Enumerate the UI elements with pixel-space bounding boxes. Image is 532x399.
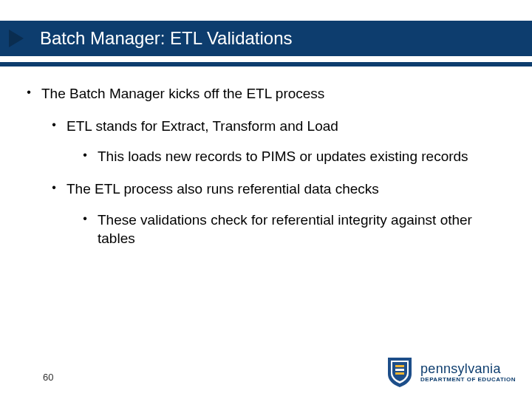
page-number: 60: [43, 372, 53, 383]
bullet-text: These validations check for referential …: [98, 211, 510, 248]
content-area: • The Batch Manager kicks off the ETL pr…: [0, 66, 532, 248]
list-item: • The Batch Manager kicks off the ETL pr…: [22, 84, 510, 248]
bullet-icon: •: [78, 147, 92, 163]
bullet-text: The Batch Manager kicks off the ETL proc…: [41, 84, 324, 103]
logo-main-text: pennsylvania: [420, 362, 516, 375]
title-arrow-icon: [9, 30, 24, 47]
list-item: • ETL stands for Extract, Transform and …: [47, 117, 510, 166]
footer-logo: pennsylvania DEPARTMENT OF EDUCATION: [385, 356, 516, 389]
list-item: • The ETL process also runs referential …: [47, 180, 510, 248]
svg-rect-1: [395, 369, 404, 371]
bullet-text: This loads new records to PIMS or update…: [98, 147, 468, 166]
list-item: • This loads new records to PIMS or upda…: [78, 147, 510, 166]
bullet-icon: •: [78, 211, 92, 227]
pa-shield-icon: [385, 356, 415, 389]
slide-title: Batch Manager: ETL Validations: [40, 28, 293, 49]
svg-rect-2: [395, 372, 404, 375]
bullet-icon: •: [47, 180, 61, 196]
bullet-text: The ETL process also runs referential da…: [66, 180, 379, 199]
title-bar: Batch Manager: ETL Validations: [0, 21, 532, 56]
svg-rect-0: [395, 365, 404, 367]
logo-text: pennsylvania DEPARTMENT OF EDUCATION: [420, 362, 516, 383]
logo-sub-text: DEPARTMENT OF EDUCATION: [420, 377, 516, 383]
bullet-icon: •: [47, 117, 61, 133]
list-item: • These validations check for referentia…: [78, 211, 510, 248]
bullet-text: ETL stands for Extract, Transform and Lo…: [66, 117, 338, 136]
bullet-icon: •: [22, 84, 35, 100]
